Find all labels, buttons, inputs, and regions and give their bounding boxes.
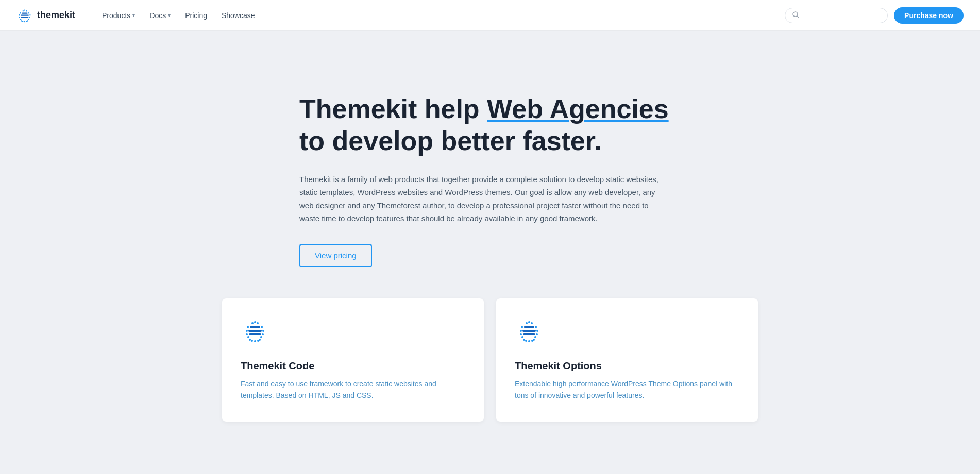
svg-point-28 [249,339,251,341]
svg-point-39 [257,340,259,342]
card-code-title: Themekit Code [241,360,465,372]
svg-point-57 [528,340,530,342]
svg-point-46 [521,336,523,338]
logo-text: themekit [37,10,75,21]
svg-rect-23 [250,326,260,328]
svg-point-36 [257,322,259,324]
svg-point-32 [260,336,262,338]
svg-point-18 [26,21,27,22]
svg-point-3 [19,14,20,15]
svg-point-43 [520,330,522,332]
svg-point-37 [251,340,253,342]
themekit-code-icon [241,317,269,346]
view-pricing-button[interactable]: View pricing [299,244,372,267]
svg-point-31 [261,326,263,328]
search-box[interactable] [785,8,888,23]
hero-title-part2: to develop better faster. [299,126,602,156]
product-card-code: Themekit Code Fast and easy to use frame… [222,298,484,422]
svg-point-17 [24,21,25,22]
search-input[interactable] [803,11,880,19]
svg-rect-42 [524,326,534,328]
svg-line-20 [797,16,799,18]
hero-section: Themekit help Web Agencies to develop be… [258,72,722,298]
docs-chevron-icon: ▾ [168,12,171,18]
svg-point-26 [247,326,249,328]
svg-point-27 [247,336,249,338]
svg-point-56 [525,340,527,342]
svg-rect-21 [248,330,262,332]
logo[interactable]: themekit [16,7,75,24]
svg-point-51 [534,336,536,338]
nav-right: Purchase now [785,7,964,24]
logo-icon [16,7,33,24]
product-cards-section: Themekit Code Fast and easy to use frame… [181,298,799,422]
svg-point-15 [26,10,27,11]
svg-rect-2 [22,12,27,13]
svg-point-13 [23,10,24,11]
card-options-desc: Extendable high performance WordPress Th… [515,378,739,401]
svg-rect-22 [249,333,261,335]
svg-point-58 [531,340,533,342]
svg-point-10 [28,12,29,13]
svg-point-29 [262,330,264,332]
search-icon [792,11,799,20]
card-options-title: Themekit Options [515,360,739,372]
svg-point-34 [251,322,254,324]
navbar: themekit Products ▾ Docs ▾ Pricing Showc… [0,0,980,31]
svg-point-49 [536,333,538,335]
svg-point-11 [28,19,29,20]
nav-products[interactable]: Products ▾ [96,7,141,24]
svg-point-38 [254,340,256,342]
svg-point-16 [22,21,23,22]
svg-point-8 [29,14,30,15]
svg-point-47 [523,339,525,341]
nav-docs[interactable]: Docs ▾ [143,7,177,24]
purchase-now-button[interactable]: Purchase now [894,7,964,24]
nav-showcase[interactable]: Showcase [215,7,261,24]
svg-point-53 [526,322,528,324]
svg-point-44 [520,333,522,335]
products-chevron-icon: ▾ [132,12,135,18]
nav-links: Products ▾ Docs ▾ Pricing Showcase [96,7,785,24]
svg-point-5 [20,12,21,13]
svg-rect-40 [522,330,536,332]
svg-point-25 [246,333,248,335]
main-content: Themekit help Web Agencies to develop be… [0,31,980,474]
svg-point-50 [535,326,537,328]
svg-point-14 [24,9,25,10]
product-card-options: Themekit Options Extendable high perform… [496,298,758,422]
hero-description: Themekit is a family of web products tha… [299,173,670,225]
svg-point-55 [531,322,533,324]
hero-title: Themekit help Web Agencies to develop be… [299,93,681,157]
svg-point-45 [521,326,523,328]
svg-point-9 [29,17,30,18]
hero-title-highlighted: Web Agencies [487,94,669,124]
svg-point-48 [536,330,538,332]
svg-point-7 [21,20,22,21]
svg-point-35 [254,321,256,323]
svg-point-54 [528,321,530,323]
nav-pricing[interactable]: Pricing [179,7,213,24]
svg-rect-0 [21,14,29,15]
svg-point-30 [262,333,264,335]
card-code-desc: Fast and easy to use framework to create… [241,378,465,401]
themekit-options-icon [515,317,544,346]
svg-rect-41 [523,333,535,335]
svg-point-4 [19,17,20,18]
svg-point-24 [246,330,248,332]
svg-rect-1 [21,17,28,18]
svg-point-6 [20,19,21,20]
hero-title-part1: Themekit help [299,94,487,124]
